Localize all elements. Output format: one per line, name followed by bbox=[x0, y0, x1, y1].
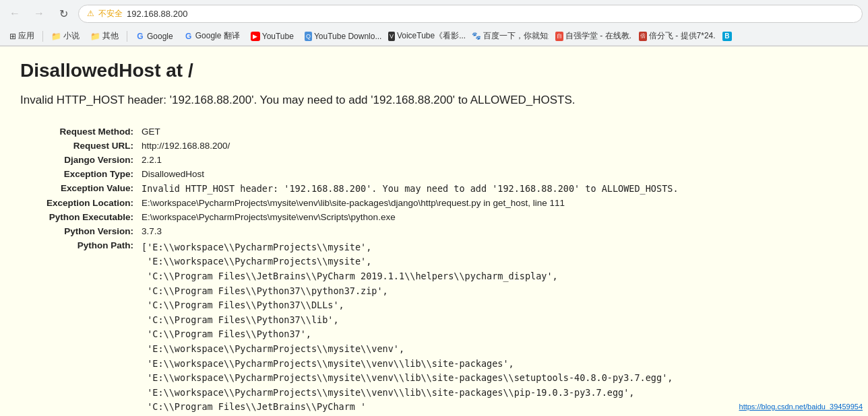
bookmark-label: Google bbox=[147, 32, 173, 41]
nav-bar: ← → ↻ ⚠ 不安全 192.168.88.200 bbox=[0, 0, 868, 27]
table-row: Django Version: 2.2.1 bbox=[20, 153, 848, 167]
table-row: Python Path: ['E:\\workspace\\PycharmPro… bbox=[20, 238, 848, 416]
info-table: Request Method: GET Request URL: http://… bbox=[20, 125, 848, 416]
apps-icon: ⊞ bbox=[9, 32, 16, 41]
google-translate-icon: G bbox=[184, 32, 193, 41]
voicetube-icon: V bbox=[388, 32, 395, 41]
bookmark-baidu[interactable]: 🐾 百度一下，你就知道 bbox=[468, 29, 549, 43]
google-icon: G bbox=[135, 32, 145, 41]
back-button[interactable]: ← bbox=[5, 4, 24, 23]
bookmark-label: Google 翻译 bbox=[195, 30, 240, 42]
table-row: Python Executable: E:\workspace\PycharmP… bbox=[20, 210, 848, 224]
youtube-dl-icon: Q bbox=[305, 32, 312, 41]
field-value: E:\workspace\PycharmProjects\mysite\venv… bbox=[142, 196, 848, 210]
reload-button[interactable]: ↻ bbox=[54, 4, 73, 23]
bookmark-label: YouTube bbox=[262, 32, 294, 41]
field-label: Exception Type: bbox=[20, 167, 142, 181]
field-label: Python Version: bbox=[20, 224, 142, 238]
table-row: Request Method: GET bbox=[20, 125, 848, 139]
field-value: 3.7.3 bbox=[142, 224, 848, 238]
bookmark-label: YouTube Downlo... bbox=[314, 32, 381, 41]
field-value: GET bbox=[142, 125, 848, 139]
bookmark-label: 小说 bbox=[63, 30, 80, 42]
table-row: Exception Value: Invalid HTTP_HOST heade… bbox=[20, 181, 848, 196]
table-row: Python Version: 3.7.3 bbox=[20, 224, 848, 238]
security-icon: ⚠ bbox=[87, 9, 94, 18]
page-content: DisallowedHost at / Invalid HTTP_HOST he… bbox=[0, 46, 868, 416]
folder-icon: 📁 bbox=[51, 32, 61, 41]
watermark-link[interactable]: https://blog.csdn.net/baidu_39459954 bbox=[739, 403, 863, 411]
bookmarks-bar: ⊞ 应用 📁 小说 📁 其他 G Google G Google 翻译 ▶ Yo… bbox=[0, 27, 868, 46]
baidu-icon: 🐾 bbox=[472, 32, 481, 41]
field-label: Exception Value: bbox=[20, 181, 142, 196]
bookmark-label: 其他 bbox=[102, 30, 119, 42]
apps-label: 应用 bbox=[18, 30, 34, 42]
bookmarks-apps[interactable]: ⊞ 应用 bbox=[5, 29, 38, 43]
field-label: Exception Location: bbox=[20, 196, 142, 210]
field-value: 2.2.1 bbox=[142, 153, 848, 167]
bookmark-novels[interactable]: 📁 小说 bbox=[47, 29, 84, 43]
divider bbox=[127, 31, 127, 42]
bookmark-google-translate[interactable]: G Google 翻译 bbox=[180, 29, 244, 43]
address-bar[interactable]: ⚠ 不安全 192.168.88.200 bbox=[78, 5, 863, 23]
field-value: ['E:\\workspace\\PycharmProjects\\mysite… bbox=[142, 238, 848, 416]
folder-icon: 📁 bbox=[90, 32, 100, 41]
field-label: Django Version: bbox=[20, 153, 142, 167]
forward-button[interactable]: → bbox=[30, 4, 49, 23]
b-icon: B bbox=[722, 32, 732, 41]
bookmark-voicetube[interactable]: V VoiceTube《看影... bbox=[384, 29, 465, 43]
ziqiang-icon: 自 bbox=[555, 32, 563, 41]
bookmark-youtube-dl[interactable]: Q YouTube Downlo... bbox=[301, 30, 381, 42]
security-label: 不安全 bbox=[98, 8, 123, 20]
youtube-icon: ▶ bbox=[251, 32, 260, 41]
bookmark-google[interactable]: G Google bbox=[131, 30, 177, 42]
field-label: Request Method: bbox=[20, 125, 142, 139]
field-label: Request URL: bbox=[20, 139, 142, 153]
bookmark-other[interactable]: 📁 其他 bbox=[86, 29, 123, 43]
divider bbox=[42, 31, 43, 42]
field-value: Invalid HTTP_HOST header: '192.168.88.20… bbox=[142, 181, 848, 196]
table-row: Exception Location: E:\workspace\Pycharm… bbox=[20, 196, 848, 210]
bookmark-youtube[interactable]: ▶ YouTube bbox=[247, 30, 298, 42]
field-value: DisallowedHost bbox=[142, 167, 848, 181]
field-label: Python Path: bbox=[20, 238, 142, 416]
error-message: Invalid HTTP_HOST header: '192.168.88.20… bbox=[20, 92, 848, 108]
bookmark-ziqiang[interactable]: 自 自强学堂 - 在线教... bbox=[551, 29, 632, 43]
error-title: DisallowedHost at / bbox=[20, 60, 848, 81]
address-text: 192.168.88.200 bbox=[127, 9, 854, 19]
bookmark-label: VoiceTube《看影... bbox=[397, 30, 465, 42]
table-row: Exception Type: DisallowedHost bbox=[20, 167, 848, 181]
field-value: E:\workspace\PycharmProjects\mysite\venv… bbox=[142, 210, 848, 224]
bookmark-label: 百度一下，你就知道 bbox=[483, 30, 549, 42]
bookmark-b[interactable]: B bbox=[718, 30, 736, 42]
bookmark-beifen[interactable]: 倍 倍分飞 - 提供7*24... bbox=[635, 29, 716, 43]
browser-chrome: ← → ↻ ⚠ 不安全 192.168.88.200 ⊞ 应用 📁 小说 📁 其… bbox=[0, 0, 868, 46]
table-row: Request URL: http://192.168.88.200/ bbox=[20, 139, 848, 153]
field-value: http://192.168.88.200/ bbox=[142, 139, 848, 153]
field-label: Python Executable: bbox=[20, 210, 142, 224]
bookmark-label: 自强学堂 - 在线教... bbox=[565, 30, 632, 42]
bookmark-label: 倍分飞 - 提供7*24... bbox=[649, 30, 716, 42]
beifen-icon: 倍 bbox=[639, 32, 647, 41]
